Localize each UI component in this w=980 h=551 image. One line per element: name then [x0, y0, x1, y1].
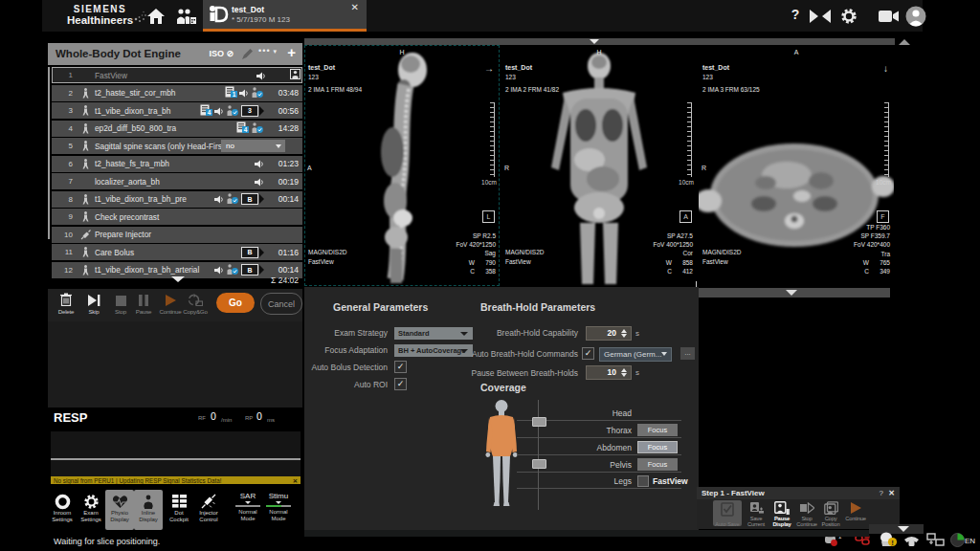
step-panel-titlebar[interactable]: Step 1 - FastView ? ✕ — [697, 487, 900, 499]
coverage-body-figure — [483, 399, 522, 512]
bh-commands-checkbox[interactable]: ✓ — [582, 347, 594, 360]
delete-button[interactable]: Delete — [52, 292, 80, 315]
patient-browser-button[interactable] — [174, 6, 199, 27]
bh-pause-spinner[interactable]: 10 — [586, 365, 632, 380]
menu-dots-icon[interactable]: ••• ▾ — [258, 46, 278, 55]
resp-rf-unit: /min — [221, 417, 232, 423]
coil-warning-tray-icon[interactable]: ! — [879, 532, 899, 551]
cancel-button[interactable]: Cancel — [260, 293, 302, 315]
protocol-panel-title: Whole-Body Dot Engine — [56, 48, 181, 59]
step-number: 1 — [52, 71, 73, 79]
protocol-step-row[interactable]: 1FastView — [52, 67, 302, 83]
exam-settings-button[interactable]: ExamSettings — [77, 490, 105, 530]
help-button[interactable]: ? — [783, 4, 808, 25]
step-name: t1_vibe_dixon_tra_bh — [95, 106, 200, 116]
viewport-orientation-left: R — [702, 164, 706, 173]
step-number: 9 — [52, 212, 73, 221]
injector-control-button[interactable]: InjectorControl — [194, 490, 223, 530]
protocol-step-row[interactable]: 11Care BolusB01:16 — [52, 244, 302, 260]
video-camera-icon — [879, 10, 900, 23]
step-name: Check precontrast — [95, 212, 264, 222]
viewport-3[interactable]: test_Dot1232 IMA 3 FRM 63/125A↓R10cmFTP … — [699, 45, 894, 286]
auto-save-button[interactable]: Auto Save — [713, 500, 742, 526]
focus-button-pelvis[interactable]: Focus — [637, 458, 678, 471]
add-step-button[interactable]: + — [287, 44, 296, 60]
settings-button[interactable] — [836, 6, 861, 27]
resp-warning-close-icon[interactable]: ✕ — [293, 477, 298, 484]
coverage-label-abdomen: Abdomen — [574, 443, 632, 452]
bh-capability-spinner[interactable]: 20 — [586, 326, 632, 341]
auto-bolus-checkbox[interactable]: ✓ — [394, 361, 407, 373]
protocol-step-row[interactable]: 3t1_vibe_dixon_tra_bh4300:56 — [52, 102, 302, 119]
viewport-1[interactable]: test_Dot1232 IMA 1 FRM 48/94H→A10cmLSP R… — [304, 45, 500, 286]
viewport-orientation-top: H — [304, 48, 500, 57]
step-dropdown[interactable]: no — [221, 140, 285, 152]
protocol-step-row[interactable]: 7localizer_aorta_bh00:19 — [52, 173, 302, 189]
coverage-label-thorax: Thorax — [574, 426, 632, 435]
patient-tab-title: test_Dot — [232, 5, 264, 14]
protocol-scrollbar[interactable] — [48, 67, 50, 239]
home-button[interactable] — [144, 6, 168, 27]
copygo-button[interactable]: Copy&Go — [181, 292, 210, 315]
focus-adaptation-label: Focus Adaptation — [304, 345, 388, 355]
protocol-total-row: Σ 24:02 — [52, 275, 302, 286]
step-panel-help-icon[interactable]: ? — [880, 489, 883, 497]
protocol-step-row[interactable]: 6t2_haste_fs_tra_mbh01:23 — [52, 156, 302, 172]
viewport-2[interactable]: test_Dot1232 IMA 2 FRM 41/82HR10cmASP A2… — [501, 45, 697, 286]
user-avatar-icon — [905, 6, 926, 27]
user-account-button[interactable] — [903, 6, 928, 27]
focus-button-abdomen[interactable]: Focus — [637, 441, 678, 453]
protocol-chip-icon: 4 — [200, 102, 212, 120]
protocol-step-row[interactable]: 4ep2d_diff_b50_800_tra414:28 — [52, 121, 302, 137]
coverage-title: Coverage — [480, 382, 526, 393]
resp-rf-value: 0 — [211, 410, 216, 422]
phone-tray-icon[interactable] — [903, 534, 920, 551]
exam-strategy-dropdown[interactable]: Standard — [394, 327, 473, 340]
scan-step-icon — [79, 194, 92, 205]
host-connection-tray-icon[interactable] — [926, 533, 945, 551]
protocol-step-row[interactable]: 5Sagittal spine scans (only Head-First)n… — [52, 138, 302, 154]
viewport3-bottom-scrollbar[interactable] — [697, 288, 890, 298]
viewport-patient-info: test_Dot1232 IMA 3 FRM 63/125 — [702, 63, 760, 95]
physio-display-button[interactable]: PhysioDisplay — [105, 490, 134, 530]
bh-language-dropdown[interactable]: German (Germ... — [599, 347, 672, 362]
protocol-step-row[interactable]: 9Check precontrast — [52, 209, 302, 225]
step-panel-close-icon[interactable]: ✕ — [888, 489, 895, 497]
go-button[interactable]: Go — [216, 293, 255, 313]
bh-language-more-button[interactable]: ... — [680, 347, 695, 360]
coverage-handle-bottom[interactable] — [532, 459, 546, 469]
auto-roi-label: Auto ROI — [311, 380, 388, 389]
continue-step-button[interactable]: Continue — [841, 501, 870, 521]
coverage-label-legs: Legs — [574, 476, 632, 486]
legs-checkbox[interactable] — [637, 475, 649, 487]
inroom-settings-button[interactable]: InroomSettings — [48, 490, 77, 530]
iso-indicator: ISO ⊘ — [209, 49, 234, 58]
edit-pencil-icon[interactable] — [242, 49, 253, 59]
scroll-down-icon[interactable] — [171, 276, 185, 282]
focus-adaptation-dropdown[interactable]: BH + AutoCoverage — [394, 344, 473, 357]
skip-button[interactable]: Skip — [79, 292, 108, 315]
focus-button-thorax[interactable]: Focus — [637, 424, 678, 436]
save-current-step-button[interactable]: SaveCurrent — [742, 501, 770, 528]
iso-blocked-icon: ⊘ — [226, 49, 234, 58]
image-area-top-scrollbar[interactable] — [304, 38, 895, 45]
protocol-step-row[interactable]: 8t1_vibe_dixon_tra_bh_preB00:14 — [52, 191, 302, 208]
video-button[interactable] — [877, 6, 902, 27]
coverage-handle-top[interactable] — [532, 417, 546, 427]
dot-cockpit-button[interactable]: DotCockpit — [165, 490, 193, 530]
disk-usage-tray-icon[interactable] — [950, 533, 965, 551]
image-scroll-up-icon[interactable] — [899, 39, 910, 45]
step-name: Sagittal spine scans (only Head-First) — [95, 142, 221, 151]
pause-button[interactable]: Pause — [129, 292, 158, 315]
gear-icon — [77, 490, 105, 510]
sar-level-bar — [235, 505, 260, 507]
step-name: t2_haste_stir_cor_mbh — [95, 88, 225, 98]
patient-tab[interactable]: test_Dot * 5/7/1970 M 123 ✕ — [203, 0, 367, 32]
table-position-button[interactable] — [808, 6, 833, 27]
inline-display-button[interactable]: InlineDisplay — [134, 490, 163, 530]
protocol-step-row[interactable]: 2t2_haste_stir_cor_mbh103:48 — [52, 85, 302, 101]
auto-roi-checkbox[interactable]: ✓ — [394, 378, 407, 390]
resp-waveform-area — [51, 431, 301, 476]
patient-tab-close-icon[interactable]: ✕ — [351, 2, 359, 12]
protocol-step-row[interactable]: 10Prepare Injector — [52, 227, 302, 243]
